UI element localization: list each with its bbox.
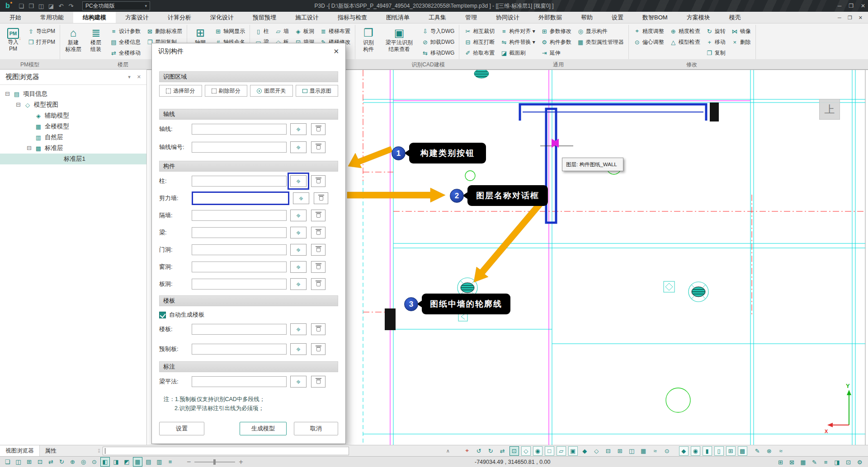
menu-tab[interactable]: 计算分析 <box>158 12 201 23</box>
zoom-out-icon[interactable]: − <box>187 458 191 466</box>
ribbon-button[interactable]: ▦类型属性管理器 <box>576 37 625 47</box>
ribbon-button[interactable]: △模型检查 <box>668 37 702 47</box>
snap-toolbar-icon[interactable]: ⊟ <box>604 446 613 456</box>
view-style-icon[interactable]: ▮ <box>703 446 712 456</box>
axis-clear-button[interactable] <box>311 123 326 135</box>
precast-pick-button[interactable]: ≡ <box>290 343 307 355</box>
slab-hole-clear-button[interactable] <box>311 278 326 290</box>
ribbon-button[interactable]: ▯柱 <box>253 26 270 37</box>
tree-expander-icon[interactable]: ⊟ <box>26 145 32 151</box>
display-setting-icon[interactable]: ▦ <box>798 458 808 467</box>
beam-anno-pick-button[interactable]: ≡ <box>290 376 307 388</box>
menu-tab[interactable]: 开始 <box>0 12 31 23</box>
menu-tab[interactable]: 模壳 <box>720 12 750 23</box>
panel-tab[interactable]: 属性 <box>40 445 62 457</box>
partition-layer-input[interactable] <box>192 210 287 221</box>
view-style-icon[interactable]: ◆ <box>679 446 689 456</box>
ribbon-button[interactable]: ◎显示构件 <box>576 26 625 37</box>
shear-wall-layer-input[interactable] <box>192 191 289 205</box>
menu-tab[interactable]: 预留预埋 <box>243 12 286 23</box>
doc-close-button[interactable]: ✕ <box>859 15 863 21</box>
ribbon-button[interactable]: ⊞参数修改 <box>539 26 573 37</box>
beam-pick-button[interactable]: ≡ <box>290 227 307 238</box>
menu-tab[interactable]: 结构建模 <box>73 12 116 23</box>
settings-button[interactable]: 设置 <box>159 422 204 435</box>
view-tool-icon[interactable]: ◧ <box>100 457 110 467</box>
area-tool-button[interactable]: 选择部分 <box>159 85 202 97</box>
ribbon-button[interactable]: ⚙构件参数 <box>539 37 573 47</box>
import-pm-button[interactable]: PM 导入 PM <box>3 25 24 59</box>
ribbon-button[interactable]: ✂相互裁切 <box>462 26 496 37</box>
open-file-icon[interactable]: ❒ <box>26 3 36 9</box>
restore-button[interactable]: ❐ <box>849 3 854 9</box>
slab-pick-button[interactable]: ≡ <box>290 323 307 335</box>
ribbon-button[interactable]: ⊕精度检查 <box>668 26 702 37</box>
panel-close-icon[interactable]: ✕ <box>137 74 141 80</box>
ribbon-button[interactable]: ⊘卸载DWG <box>420 37 456 47</box>
display-setting-icon[interactable]: ⚙ <box>855 458 864 467</box>
tree-item[interactable]: ▥ 自然层 <box>0 132 146 143</box>
doc-restore-button[interactable]: ❐ <box>848 15 852 21</box>
ribbon-button[interactable]: ↻旋转 <box>704 26 727 37</box>
edition-dropdown[interactable]: PC全功能版 ▾ <box>82 1 150 10</box>
ribbon-button[interactable]: ⇩导入DWG <box>420 26 456 37</box>
snap-toolbar-icon[interactable]: ▣ <box>568 446 578 456</box>
display-setting-icon[interactable]: ✎ <box>810 458 819 467</box>
snap-toolbar-icon[interactable]: ≈ <box>651 446 660 456</box>
snap-toolbar-icon[interactable]: ⊞ <box>615 446 625 456</box>
annotation-tool-icon[interactable]: ✎ <box>753 446 762 456</box>
view-tool-icon[interactable]: ⊡ <box>35 457 45 467</box>
menu-tab[interactable]: 协同设计 <box>486 12 529 23</box>
column-clear-button[interactable] <box>311 175 326 187</box>
window-clear-button[interactable] <box>311 261 326 273</box>
slab-hole-pick-button[interactable]: ≡ <box>290 278 307 290</box>
door-layer-input[interactable] <box>192 244 287 255</box>
zoom-track[interactable] <box>194 462 235 462</box>
ribbon-button[interactable]: ≡构件对齐 ▾ <box>499 26 536 37</box>
window-pick-button[interactable]: ≡ <box>290 261 307 273</box>
zoom-slider[interactable]: − + <box>187 458 243 466</box>
column-layer-input[interactable] <box>192 176 287 187</box>
zoom-in-icon[interactable]: + <box>239 458 243 466</box>
menu-tab[interactable]: 图纸清单 <box>377 12 419 23</box>
ribbon-button[interactable]: ✐拾取布置 <box>462 47 496 58</box>
slab-layer-input[interactable] <box>192 324 287 335</box>
view-tool-icon[interactable]: ⊕ <box>68 457 77 467</box>
menu-tab[interactable]: 设置 <box>602 12 633 23</box>
tree-expander-icon[interactable]: ⊟ <box>5 91 10 97</box>
view-tool-icon[interactable]: ◨ <box>111 457 121 467</box>
shear-wall-clear-button[interactable] <box>314 192 328 204</box>
ribbon-button[interactable]: ⇄全楼移动 <box>108 47 142 58</box>
tree-item[interactable]: ▦ 全楼模型 <box>0 121 146 132</box>
chevron-up-icon[interactable]: ∧ <box>446 448 450 454</box>
axis-number-input[interactable] <box>192 142 287 153</box>
view-tool-icon[interactable]: ◩ <box>122 457 132 467</box>
slab-hole-layer-input[interactable] <box>192 279 287 290</box>
annotation-tool-icon[interactable]: ⊗ <box>764 446 774 456</box>
ribbon-button[interactable]: ≣楼梯布置 <box>318 26 352 37</box>
display-setting-icon[interactable]: ⊞ <box>776 458 785 467</box>
display-setting-icon[interactable]: ⊡ <box>844 458 853 467</box>
partition-pick-button[interactable]: ≡ <box>290 210 307 221</box>
beam-layer-input[interactable] <box>192 227 287 238</box>
tree-expander-icon[interactable] <box>26 113 32 119</box>
menu-tab[interactable]: 数智BOM <box>633 12 677 23</box>
recognize-component-button[interactable]: ❐ 识别 构件 <box>358 25 379 59</box>
snap-toolbar-icon[interactable]: ◆ <box>580 446 590 456</box>
panel-collapse-icon[interactable]: ▾ <box>128 74 131 80</box>
ribbon-button[interactable]: ⇋构件替换 ▾ <box>499 37 536 47</box>
door-clear-button[interactable] <box>311 244 326 256</box>
tree-expander-icon[interactable] <box>26 124 32 130</box>
beam-anno-result-button[interactable]: ▣ 梁平法识别 结果查看 <box>381 25 418 59</box>
ribbon-button[interactable]: ⋈镜像 <box>730 26 752 37</box>
menu-tab[interactable]: 工具集 <box>419 12 456 23</box>
cancel-button[interactable]: 取消 <box>294 422 338 435</box>
axis-number-clear-button[interactable] <box>311 141 326 153</box>
view-tool-icon[interactable]: ⊞ <box>24 457 34 467</box>
menu-tab[interactable]: 帮助 <box>571 12 602 23</box>
column-pick-button[interactable]: ≡ <box>290 175 307 187</box>
ribbon-button[interactable]: ▱墙 <box>273 26 290 37</box>
door-pick-button[interactable]: ≡ <box>290 244 307 256</box>
ribbon-button[interactable]: ⌖精度调整 <box>632 26 665 37</box>
snap-toolbar-icon[interactable]: ⊡ <box>509 446 519 456</box>
